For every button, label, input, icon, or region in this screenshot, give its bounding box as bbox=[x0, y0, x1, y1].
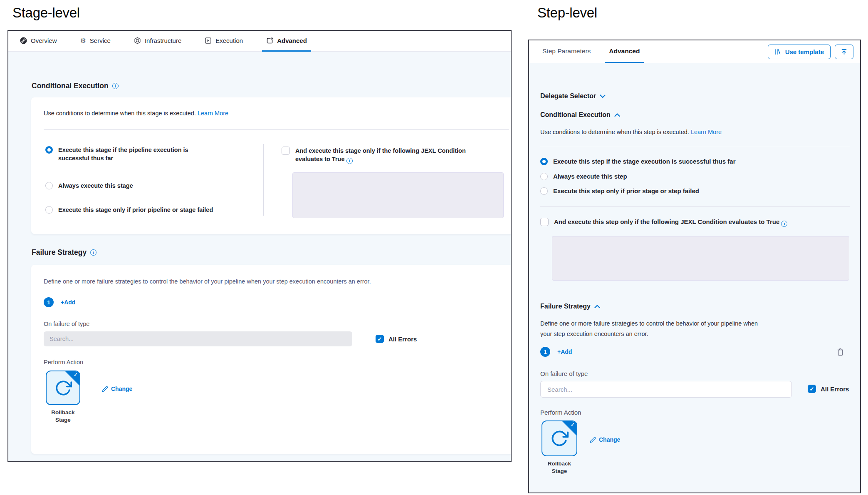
tab-label: Execution bbox=[215, 37, 243, 44]
pencil-icon bbox=[590, 437, 596, 443]
radio-label: Always execute this stage bbox=[58, 182, 133, 190]
tab-label: Service bbox=[90, 37, 111, 44]
tab-advanced[interactable]: Advanced bbox=[605, 40, 644, 63]
radio-unselected[interactable] bbox=[45, 182, 53, 189]
jexl-label: And execute this stage only if the follo… bbox=[295, 147, 491, 164]
tab-service[interactable]: ⚙ Service bbox=[76, 31, 115, 52]
rollback-stage-label: Rollback Stage bbox=[542, 460, 577, 475]
all-errors-option[interactable]: ✓ All Errors bbox=[376, 335, 417, 343]
strategy-index-badge[interactable]: 1 bbox=[540, 347, 550, 357]
rollback-stage-action-card[interactable]: ✓ bbox=[542, 420, 577, 456]
radio-unselected[interactable] bbox=[45, 206, 53, 214]
overview-icon bbox=[20, 37, 27, 44]
failure-strategy-heading: Failure Strategy i bbox=[32, 248, 96, 257]
tab-execution[interactable]: Execution bbox=[200, 31, 247, 52]
chevron-up-icon bbox=[614, 113, 620, 117]
failure-type-search-input[interactable] bbox=[540, 381, 792, 398]
perform-action-label: Perform Action bbox=[44, 359, 83, 366]
step-level-title: Step-level bbox=[537, 5, 597, 21]
tab-step-parameters[interactable]: Step Parameters bbox=[538, 40, 595, 63]
jexl-checkbox[interactable]: ✓ bbox=[540, 218, 549, 226]
step-content: Delegate Selector Conditional Execution … bbox=[529, 63, 860, 493]
radio-label: Always execute this step bbox=[553, 172, 627, 181]
all-errors-checkbox[interactable]: ✓ bbox=[376, 335, 384, 343]
info-icon[interactable]: i bbox=[112, 83, 119, 89]
radio-option-row[interactable]: Execute this step only if prior stage or… bbox=[540, 187, 831, 195]
failure-strategy-heading[interactable]: Failure Strategy bbox=[540, 303, 600, 310]
conditional-execution-heading[interactable]: Conditional Execution bbox=[540, 111, 620, 119]
delete-strategy-icon[interactable] bbox=[837, 348, 844, 356]
tab-label: Infrastructure bbox=[145, 37, 181, 44]
tab-overview[interactable]: Overview bbox=[16, 31, 61, 52]
info-icon[interactable]: i bbox=[90, 249, 96, 256]
jexl-checkbox[interactable]: ✓ bbox=[282, 147, 290, 155]
tab-label: Step Parameters bbox=[542, 47, 591, 55]
tab-label: Overview bbox=[31, 37, 57, 44]
failure-type-search-input[interactable] bbox=[44, 331, 352, 346]
divider bbox=[44, 129, 509, 130]
perform-action-label: Perform Action bbox=[540, 409, 581, 416]
jexl-checkbox-row[interactable]: ✓ And execute this step only if the foll… bbox=[540, 218, 848, 227]
strategy-index-badge[interactable]: 1 bbox=[44, 297, 54, 307]
failure-strategy-description: Define one or more failure strategies to… bbox=[44, 278, 371, 285]
stage-panel: Overview ⚙ Service Infrastructure Execut… bbox=[7, 30, 512, 462]
jexl-checkbox-row[interactable]: ✓ And execute this stage only if the fol… bbox=[282, 147, 506, 164]
radio-unselected[interactable] bbox=[540, 187, 548, 195]
infrastructure-icon bbox=[134, 37, 141, 44]
radio-label: Execute this stage if the pipeline execu… bbox=[58, 146, 202, 162]
failure-strategy-description: Define one or more failure strategies to… bbox=[540, 318, 767, 339]
pencil-icon bbox=[102, 386, 108, 392]
radio-option-row[interactable]: Execute this stage if the pipeline execu… bbox=[45, 146, 212, 162]
divider bbox=[540, 206, 850, 206]
tab-advanced[interactable]: Advanced bbox=[262, 31, 311, 52]
learn-more-link[interactable]: Learn More bbox=[198, 110, 228, 117]
strategy-tabs-row: 1 +Add bbox=[540, 347, 572, 357]
conditional-execution-description: Use conditions to determine when this st… bbox=[44, 110, 228, 117]
radio-option-row[interactable]: Always execute this step bbox=[540, 172, 831, 181]
conditional-execution-card: Use conditions to determine when this st… bbox=[31, 97, 512, 234]
radio-option-row[interactable]: Execute this step if the stage execution… bbox=[540, 157, 831, 166]
add-strategy-button[interactable]: +Add bbox=[61, 299, 75, 306]
upload-arrow-icon bbox=[841, 48, 848, 55]
chevron-up-icon bbox=[594, 305, 600, 308]
jexl-condition-input[interactable] bbox=[292, 172, 504, 218]
upgrade-template-button[interactable] bbox=[835, 45, 853, 59]
radio-label: Execute this stage only if prior pipelin… bbox=[58, 206, 213, 214]
use-template-button[interactable]: Use template bbox=[768, 45, 831, 59]
tab-infrastructure[interactable]: Infrastructure bbox=[130, 31, 185, 52]
all-errors-checkbox[interactable]: ✓ bbox=[808, 385, 816, 393]
tab-label: Advanced bbox=[277, 37, 307, 44]
radio-unselected[interactable] bbox=[540, 173, 548, 180]
radio-selected[interactable] bbox=[45, 146, 53, 154]
rollback-icon bbox=[550, 429, 569, 448]
divider bbox=[540, 146, 850, 146]
learn-more-link[interactable]: Learn More bbox=[691, 129, 722, 135]
execution-icon bbox=[205, 37, 212, 44]
all-errors-label: All Errors bbox=[388, 336, 417, 343]
jexl-condition-input[interactable] bbox=[552, 236, 849, 281]
chevron-down-icon bbox=[600, 95, 606, 98]
radio-selected[interactable] bbox=[540, 158, 548, 165]
on-failure-label: On failure of type bbox=[44, 321, 89, 327]
jexl-label: And execute this step only if the follow… bbox=[554, 218, 787, 227]
rollback-stage-label: Rollback Stage bbox=[46, 409, 80, 424]
page: Stage-level Step-level Overview ⚙ Servic… bbox=[0, 0, 868, 495]
radio-option-row[interactable]: Execute this stage only if prior pipelin… bbox=[45, 206, 228, 214]
change-action-button[interactable]: Change bbox=[590, 436, 620, 443]
stage-level-title: Stage-level bbox=[12, 5, 80, 21]
template-library-icon bbox=[774, 48, 781, 55]
rollback-stage-action-card[interactable]: ✓ bbox=[46, 371, 80, 405]
conditional-execution-heading: Conditional Execution i bbox=[32, 82, 119, 90]
delegate-selector-heading[interactable]: Delegate Selector bbox=[540, 92, 606, 100]
all-errors-option[interactable]: ✓ All Errors bbox=[808, 385, 849, 393]
radio-option-row[interactable]: Always execute this stage bbox=[45, 182, 212, 190]
info-icon[interactable]: i bbox=[346, 158, 353, 164]
strategy-tabs-row: 1 +Add bbox=[44, 297, 75, 307]
rollback-icon bbox=[54, 379, 72, 397]
vertical-divider bbox=[263, 144, 264, 216]
add-strategy-button[interactable]: +Add bbox=[557, 348, 572, 355]
tab-label: Advanced bbox=[609, 47, 640, 55]
advanced-icon bbox=[266, 37, 273, 44]
info-icon[interactable]: i bbox=[781, 221, 787, 227]
change-action-button[interactable]: Change bbox=[102, 386, 132, 392]
